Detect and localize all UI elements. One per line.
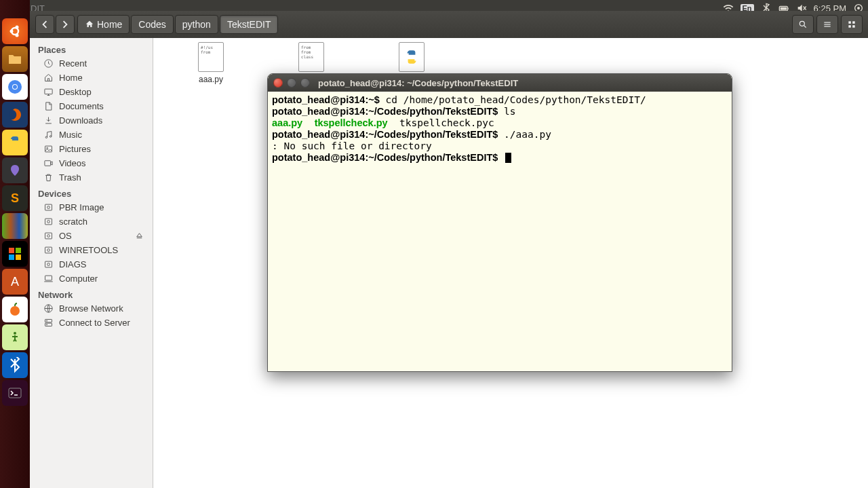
sidebar-item-desktop[interactable]: Desktop	[30, 85, 153, 99]
launcher-dash[interactable]	[2, 18, 28, 44]
svg-rect-40	[45, 219, 52, 225]
sidebar-item-winretools[interactable]: WINRETOOLS	[30, 243, 153, 257]
svg-point-52	[46, 320, 47, 321]
nav-back-button[interactable]	[35, 15, 54, 34]
grid-view-button[interactable]	[841, 15, 863, 34]
window-close-button[interactable]	[273, 78, 283, 88]
network-icon	[43, 303, 54, 314]
sidebar-item-computer[interactable]: Computer	[30, 271, 153, 286]
desktop-icon	[43, 87, 54, 97]
window-minimize-button[interactable]	[287, 78, 296, 88]
sidebar-item-diags[interactable]: DIAGS	[30, 257, 153, 271]
home-icon	[43, 73, 54, 83]
video-icon	[43, 158, 54, 168]
terminal-titlebar[interactable]: potato_head@pi314: ~/Codes/python/TekstE…	[268, 74, 732, 92]
file-tkspellcheck-pyc[interactable]	[381, 42, 442, 75]
disk-icon	[43, 202, 54, 212]
sidebar-item-documents[interactable]: Documents	[30, 99, 153, 113]
launcher-software[interactable]: A	[2, 269, 28, 295]
svg-rect-37	[45, 161, 51, 166]
sidebar-item-label: Recent	[59, 58, 87, 69]
svg-rect-32	[45, 89, 52, 94]
svg-rect-1	[787, 7, 788, 10]
sidebar-item-trash[interactable]: Trash	[30, 170, 153, 185]
trash-icon	[43, 172, 54, 183]
svg-rect-18	[16, 255, 21, 260]
nav-forward-button[interactable]	[56, 15, 75, 34]
path-codes[interactable]: Codes	[131, 15, 173, 34]
path-python[interactable]: python	[175, 15, 218, 34]
unity-launcher: S A	[0, 0, 30, 488]
sidebar-item-label: DIAGS	[59, 259, 86, 269]
svg-point-33	[45, 136, 47, 138]
launcher-chromium[interactable]	[2, 74, 28, 100]
path-tekstedit[interactable]: TekstEDIT	[220, 15, 279, 34]
sidebar-item-browse-network[interactable]: Browse Network	[30, 301, 153, 316]
svg-rect-29	[848, 25, 851, 28]
terminal-window[interactable]: potato_head@pi314: ~/Codes/python/TekstE…	[267, 73, 732, 372]
sidebar-item-os[interactable]: OS	[30, 229, 153, 243]
svg-point-39	[47, 206, 50, 209]
svg-rect-44	[45, 247, 52, 253]
launcher-accessibility[interactable]	[2, 324, 28, 350]
sidebar-item-pbr-image[interactable]: PBR Image	[30, 200, 153, 214]
sidebar-item-label: Downloads	[59, 115, 102, 126]
svg-point-34	[50, 136, 52, 138]
picture-icon	[43, 144, 54, 154]
launcher-bluetooth[interactable]	[2, 352, 28, 378]
file-thumb-script: from from class	[298, 42, 324, 72]
svg-rect-27	[848, 21, 851, 23]
disk-icon	[43, 217, 54, 227]
launcher-sublime[interactable]: S	[2, 185, 28, 211]
search-button[interactable]	[792, 15, 814, 34]
sidebar-item-scratch[interactable]: scratch	[30, 214, 153, 229]
launcher-app-dark[interactable]	[2, 157, 28, 183]
svg-point-43	[47, 235, 50, 238]
launcher-python[interactable]	[2, 130, 28, 155]
file-tkspellcheck-py[interactable]: from from class	[281, 42, 342, 75]
sidebar-item-label: Trash	[59, 172, 81, 183]
svg-rect-42	[45, 233, 52, 239]
launcher-terminal[interactable]	[2, 380, 28, 406]
sidebar-item-label: Computer	[59, 274, 98, 284]
launcher-files[interactable]	[2, 46, 28, 72]
sidebar-item-home[interactable]: Home	[30, 71, 153, 85]
sidebar-item-recent[interactable]: Recent	[30, 56, 153, 71]
launcher-clementine[interactable]	[2, 297, 28, 322]
file-aaa-py[interactable]: #!/us from aaa.py	[180, 42, 241, 84]
path-home[interactable]: Home	[77, 15, 130, 34]
sidebar-item-label: Documents	[59, 101, 104, 111]
sidebar-item-connect-to-server[interactable]: Connect to Server	[30, 316, 153, 330]
launcher-firefox[interactable]	[2, 102, 28, 128]
sidebar-item-pictures[interactable]: Pictures	[30, 142, 153, 156]
disk-icon	[43, 259, 54, 269]
sidebar-item-videos[interactable]: Videos	[30, 156, 153, 170]
eject-icon[interactable]	[134, 231, 144, 241]
sidebar-header-network: Network	[30, 286, 153, 301]
server-icon	[43, 318, 54, 328]
view-menu-button[interactable]	[816, 15, 838, 34]
svg-rect-35	[45, 146, 52, 152]
sidebar-item-label: Pictures	[59, 144, 91, 154]
svg-point-47	[47, 263, 50, 266]
svg-rect-21	[9, 388, 21, 398]
launcher-books[interactable]	[2, 213, 28, 239]
sidebar-item-label: Home	[59, 73, 83, 83]
sidebar-item-label: Music	[59, 130, 82, 140]
file-thumb-pyc	[399, 42, 425, 72]
sidebar-item-label: PBR Image	[59, 202, 104, 212]
window-maximize-button[interactable]	[300, 78, 310, 88]
launcher-windows[interactable]	[2, 241, 28, 267]
svg-rect-28	[852, 21, 855, 23]
svg-point-41	[47, 221, 50, 223]
download-icon	[43, 115, 54, 126]
file-label: aaa.py	[180, 75, 241, 84]
sidebar-item-downloads[interactable]: Downloads	[30, 113, 153, 128]
svg-point-45	[47, 249, 50, 252]
music-icon	[43, 130, 54, 140]
disk-icon	[43, 231, 54, 241]
sidebar-item-music[interactable]: Music	[30, 128, 153, 142]
doc-icon	[43, 101, 54, 111]
terminal-body[interactable]: potato_head@pi314:~$ cd /home/potato_hea…	[268, 92, 732, 371]
svg-point-53	[46, 324, 47, 325]
